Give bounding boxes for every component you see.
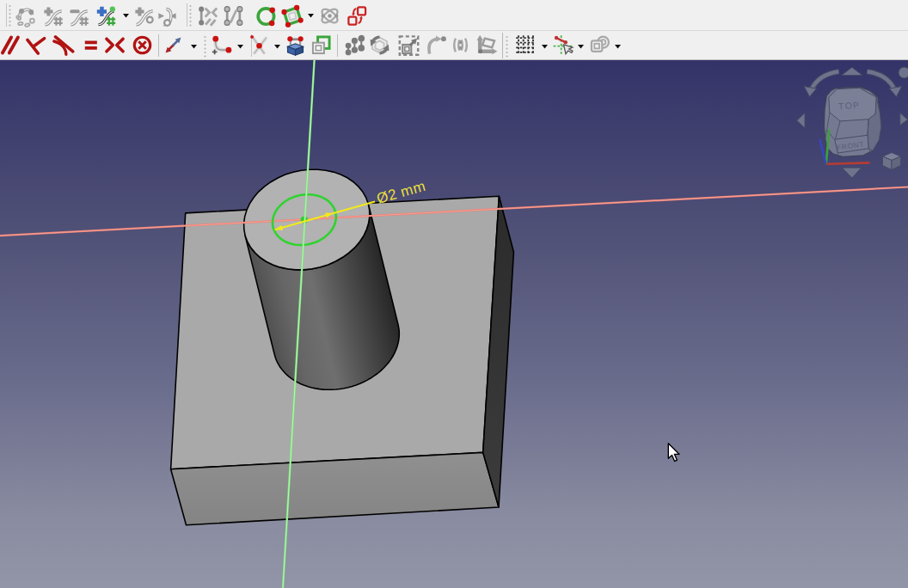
svg-text:TOP: TOP (838, 100, 861, 112)
